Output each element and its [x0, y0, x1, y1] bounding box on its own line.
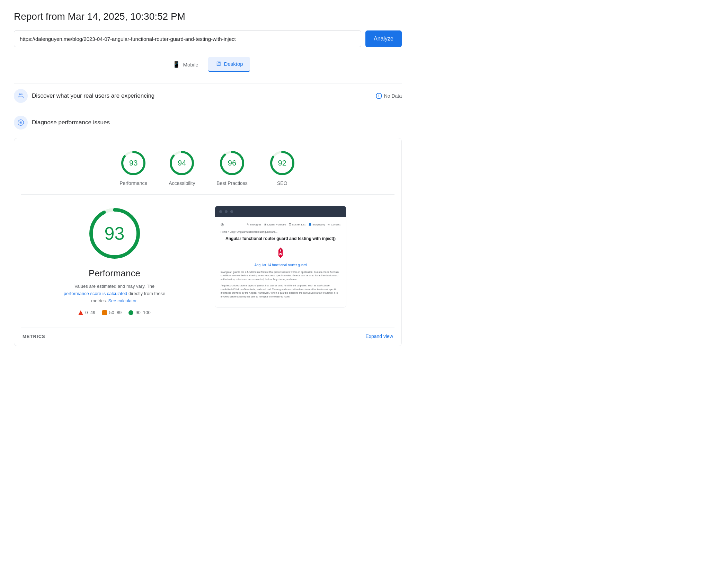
score-label-best-practices: Best Practices — [216, 180, 247, 186]
diagnose-section: Diagnose performance issues 93 Performan… — [14, 110, 402, 346]
score-label-accessibility: Accessibility — [169, 180, 195, 186]
metrics-label: METRICS — [23, 334, 45, 339]
legend-item-pass: 90–100 — [128, 310, 150, 315]
no-data-label: No Data — [384, 93, 402, 99]
url-input[interactable] — [14, 30, 361, 47]
screenshot-text-block-1: In Angular, guards are a fundamental fea… — [221, 270, 340, 282]
big-score-title: Performance — [89, 268, 140, 279]
perf-score-link[interactable]: performance score is calculated — [64, 291, 127, 296]
big-score-circle: 93 — [87, 206, 142, 261]
angular-logo-container — [221, 246, 340, 260]
tab-mobile[interactable]: 📱 Mobile — [166, 57, 205, 72]
score-label-seo: SEO — [277, 180, 287, 186]
score-number-best-practices: 96 — [228, 159, 236, 168]
browser-dot-1 — [219, 210, 222, 213]
svg-point-1 — [21, 93, 23, 96]
legend-item-fail: 0–49 — [78, 310, 95, 315]
score-number-performance: 93 — [129, 159, 137, 168]
diagnose-row: Diagnose performance issues — [14, 110, 402, 135]
browser-dot-3 — [230, 210, 233, 213]
score-label-performance: Performance — [119, 180, 147, 186]
average-icon — [102, 310, 107, 315]
score-number-accessibility: 94 — [178, 159, 186, 168]
report-title: Report from Mar 14, 2025, 10:30:52 PM — [14, 11, 402, 22]
device-tabs: 📱 Mobile 🖥 Desktop — [14, 57, 402, 72]
bottom-bar: METRICS Expand view — [21, 328, 394, 339]
real-users-section: Discover what your real users are experi… — [14, 83, 402, 108]
scores-row: 93 Performance 94 Accessibility — [21, 149, 394, 186]
score-circle-best-practices: 96 — [218, 149, 246, 177]
legend-item-average: 50–89 — [102, 310, 122, 315]
svg-point-0 — [19, 93, 21, 96]
expand-view-link[interactable]: Expand view — [366, 333, 393, 339]
score-circle-accessibility: 94 — [168, 149, 196, 177]
tab-desktop[interactable]: 🖥 Desktop — [208, 57, 250, 72]
legend-average-range: 50–89 — [109, 310, 122, 315]
nav-links: ✎ Thoughts ⊞ Digital Portfolio ☰ Bucket … — [247, 223, 340, 226]
fail-icon — [78, 310, 83, 315]
analyze-button[interactable]: Analyze — [365, 30, 402, 47]
browser-bar — [215, 206, 346, 217]
diagnose-icon — [14, 116, 28, 130]
score-item-seo[interactable]: 92 SEO — [268, 149, 296, 186]
legend-row: 0–49 50–89 90–100 — [78, 310, 150, 315]
tab-mobile-label: Mobile — [183, 62, 198, 68]
score-item-best-practices[interactable]: 96 Best Practices — [216, 149, 247, 186]
perf-description: Values are estimated and may vary. The p… — [63, 283, 167, 304]
real-users-title: Discover what your real users are experi… — [32, 92, 372, 99]
svg-point-4 — [20, 122, 21, 123]
score-item-accessibility[interactable]: 94 Accessibility — [168, 149, 196, 186]
breadcrumb: Home > Blog > Angular functional router … — [221, 231, 340, 233]
pass-icon — [128, 310, 133, 315]
score-circle-seo: 92 — [268, 149, 296, 177]
legend-fail-range: 0–49 — [85, 310, 95, 315]
article-title: Angular functional router guard and test… — [221, 236, 340, 242]
score-item-performance[interactable]: 93 Performance — [119, 149, 147, 186]
calculator-link[interactable]: See calculator. — [108, 298, 137, 303]
perf-left: 93 Performance Values are estimated and … — [28, 206, 201, 315]
big-score-number: 93 — [105, 223, 125, 244]
real-users-icon — [14, 89, 28, 103]
score-circle-performance: 93 — [119, 149, 147, 177]
perf-detail-section: 93 Performance Values are estimated and … — [21, 195, 394, 322]
perf-right: ◎ ✎ Thoughts ⊞ Digital Portfolio ☰ Bucke… — [215, 206, 388, 308]
browser-dot-2 — [225, 210, 228, 213]
screenshot-preview: ◎ ✎ Thoughts ⊞ Digital Portfolio ☰ Bucke… — [215, 206, 346, 308]
scores-card: 93 Performance 94 Accessibility — [14, 138, 402, 346]
site-logo: ◎ — [221, 223, 224, 226]
score-number-seo: 92 — [278, 159, 286, 168]
diagnose-title: Diagnose performance issues — [32, 119, 402, 126]
screenshot-text-block-2: Angular provides several types of guards… — [221, 284, 340, 299]
legend-pass-range: 90–100 — [135, 310, 150, 315]
tab-desktop-label: Desktop — [224, 61, 243, 67]
screenshot-link-title: Angular 14 functional router guard — [221, 263, 340, 267]
desktop-icon: 🖥 — [215, 60, 221, 68]
url-bar-row: Analyze — [14, 30, 402, 47]
info-icon: i — [376, 93, 382, 99]
screenshot-content: ◎ ✎ Thoughts ⊞ Digital Portfolio ☰ Bucke… — [215, 217, 346, 307]
screenshot-nav: ◎ ✎ Thoughts ⊞ Digital Portfolio ☰ Bucke… — [221, 223, 340, 226]
no-data-badge: i No Data — [376, 93, 402, 99]
mobile-icon: 📱 — [172, 61, 180, 68]
